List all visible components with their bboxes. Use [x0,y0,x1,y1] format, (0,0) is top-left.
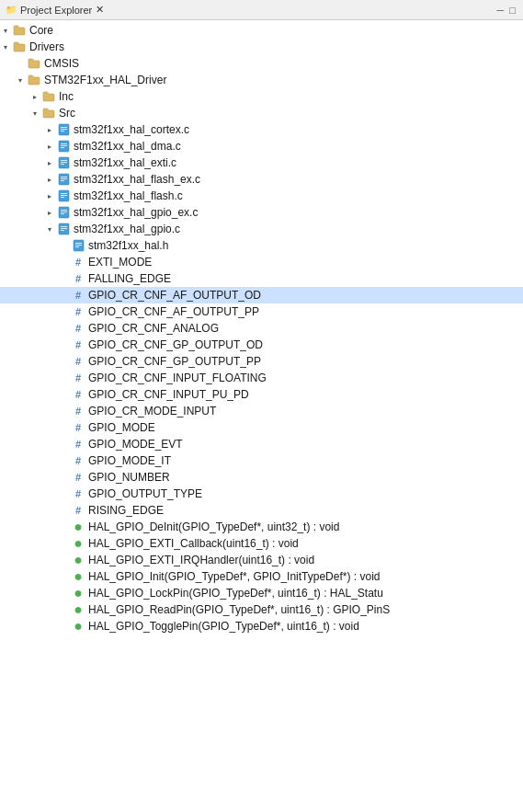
tree-item-gpio_mode_evt[interactable]: #GPIO_MODE_EVT [0,436,523,452]
tree-item-gpio_cr_cnf_gp_output_pp[interactable]: #GPIO_CR_CNF_GP_OUTPUT_PP [0,353,523,370]
expand-arrow-stm32f1xx_hal_flash[interactable] [44,190,55,201]
node-label-hal_gpio_togglepin: HAL_GPIO_TogglePin(GPIO_TypeDef*, uint16… [88,620,359,633]
expand-arrow-stm32f1xx_hal_exti[interactable] [44,157,55,168]
tree-container[interactable]: Core Drivers CMSIS STM32F1xx_HAL_Driver … [0,20,523,812]
tree-item-gpio_mode_it[interactable]: #GPIO_MODE_IT [0,452,523,469]
tree-item-gpio_cr_cnf_input_floating[interactable]: #GPIO_CR_CNF_INPUT_FLOATING [0,370,523,386]
file-icon-stm32f1xx_hal_gpio_ex [56,205,71,220]
hash-icon-gpio_cr_cnf_gp_output_od: # [71,337,85,352]
expand-arrow-gpio_mode_evt[interactable] [59,439,70,450]
tree-item-falling_edge[interactable]: #FALLING_EDGE [0,270,523,287]
expand-arrow-hal_gpio_deinit[interactable] [59,521,70,532]
expand-arrow-gpio_cr_mode_input[interactable] [59,406,70,417]
dot-icon-hal_gpio_deinit: ● [71,520,85,534]
tree-item-gpio_cr_cnf_input_pu_pd[interactable]: #GPIO_CR_CNF_INPUT_PU_PD [0,386,523,403]
tree-item-stm32f1xx_hal_gpio[interactable]: stm32f1xx_hal_gpio.c [0,221,523,237]
expand-arrow-hal_gpio_exti_callback[interactable] [59,538,70,549]
expand-arrow-exti_mode[interactable] [59,257,70,268]
tree-item-stm32f1xx_hal_flash_ex[interactable]: stm32f1xx_hal_flash_ex.c [0,171,523,188]
tree-item-gpio_cr_mode_input[interactable]: #GPIO_CR_MODE_INPUT [0,403,523,419]
expand-arrow-gpio_cr_cnf_gp_output_od[interactable] [59,339,70,350]
expand-arrow-gpio_cr_cnf_af_output_pp[interactable] [59,306,70,317]
expand-arrow-gpio_number[interactable] [59,472,70,483]
hash-icon-gpio_number: # [71,470,85,485]
expand-arrow-stm32f1xx_hal_dma[interactable] [44,141,55,152]
tree-item-hal_gpio_readpin[interactable]: ●HAL_GPIO_ReadPin(GPIO_TypeDef*, uint16_… [0,601,523,618]
tree-item-exti_mode[interactable]: #EXTI_MODE [0,254,523,270]
expand-arrow-hal_gpio_readpin[interactable] [59,604,70,615]
tree-item-gpio_number[interactable]: #GPIO_NUMBER [0,469,523,486]
node-label-hal_gpio_deinit: HAL_GPIO_DeInit(GPIO_TypeDef*, uint32_t)… [88,520,339,533]
tree-item-rising_edge[interactable]: #RISING_EDGE [0,502,523,519]
node-label-stm32f1xx_hal_gpio: stm32f1xx_hal_gpio.c [74,223,180,235]
tree-item-core[interactable]: Core [0,22,523,39]
tree-item-stm32f1xx_hal_cortex[interactable]: stm32f1xx_hal_cortex.c [0,121,523,138]
node-label-gpio_cr_cnf_input_floating: GPIO_CR_CNF_INPUT_FLOATING [88,372,267,384]
tree-item-hal_gpio_init[interactable]: ●HAL_GPIO_Init(GPIO_TypeDef*, GPIO_InitT… [0,568,523,585]
tree-item-stm32f1xx_hal_driver[interactable]: STM32F1xx_HAL_Driver [0,72,523,88]
hash-icon-gpio_cr_cnf_input_floating: # [71,371,85,385]
node-label-stm32f1xx_hal_flash: stm32f1xx_hal_flash.c [74,189,183,202]
tree-item-gpio_cr_cnf_af_output_od[interactable]: #GPIO_CR_CNF_AF_OUTPUT_OD [0,287,523,303]
node-label-hal_gpio_lockpin: HAL_GPIO_LockPin(GPIO_TypeDef*, uint16_t… [88,587,383,600]
node-label-exti_mode: EXTI_MODE [88,256,152,269]
expand-arrow-hal_gpio_exti_irq[interactable] [59,555,70,566]
expand-arrow-gpio_cr_cnf_input_pu_pd[interactable] [59,389,70,400]
expand-arrow-stm32f1xx_hal_h[interactable] [59,240,70,251]
expand-arrow-gpio_mode[interactable] [59,422,70,433]
tree-item-gpio_cr_cnf_analog[interactable]: #GPIO_CR_CNF_ANALOG [0,320,523,337]
tree-item-hal_gpio_exti_callback[interactable]: ●HAL_GPIO_EXTI_Callback(uint16_t) : void [0,535,523,552]
tree-item-gpio_mode[interactable]: #GPIO_MODE [0,419,523,436]
expand-arrow-falling_edge[interactable] [59,273,70,284]
tree-item-gpio_cr_cnf_af_output_pp[interactable]: #GPIO_CR_CNF_AF_OUTPUT_PP [0,303,523,320]
expand-arrow-gpio_cr_cnf_input_floating[interactable] [59,372,70,383]
folder-icon-cmsis [27,56,41,71]
title-bar: 📁 Project Explorer ✕ ─ □ [0,0,523,20]
folder-icon-inc [41,89,56,104]
expand-arrow-gpio_cr_cnf_gp_output_pp[interactable] [59,356,70,367]
expand-arrow-stm32f1xx_hal_cortex[interactable] [44,124,55,135]
expand-arrow-inc[interactable] [29,91,40,102]
expand-arrow-drivers[interactable] [0,41,11,52]
tree-item-hal_gpio_exti_irq[interactable]: ●HAL_GPIO_EXTI_IRQHandler(uint16_t) : vo… [0,552,523,568]
expand-arrow-gpio_cr_cnf_af_output_od[interactable] [59,290,70,301]
node-label-gpio_cr_cnf_analog: GPIO_CR_CNF_ANALOG [88,322,219,335]
expand-arrow-cmsis[interactable] [15,58,26,69]
expand-arrow-stm32f1xx_hal_gpio_ex[interactable] [44,207,55,218]
expand-arrow-gpio_cr_cnf_analog[interactable] [59,323,70,334]
tree-item-hal_gpio_lockpin[interactable]: ●HAL_GPIO_LockPin(GPIO_TypeDef*, uint16_… [0,585,523,601]
expand-arrow-stm32f1xx_hal_flash_ex[interactable] [44,174,55,185]
title-bar-right: ─ □ [495,5,517,16]
expand-arrow-stm32f1xx_hal_driver[interactable] [15,74,26,86]
tree-item-stm32f1xx_hal_exti[interactable]: stm32f1xx_hal_exti.c [0,154,523,171]
expand-arrow-core[interactable] [0,25,11,36]
tree-item-stm32f1xx_hal_flash[interactable]: stm32f1xx_hal_flash.c [0,188,523,204]
tree-item-stm32f1xx_hal_gpio_ex[interactable]: stm32f1xx_hal_gpio_ex.c [0,204,523,221]
expand-arrow-hal_gpio_togglepin[interactable] [59,621,70,632]
expand-arrow-gpio_output_type[interactable] [59,488,70,499]
tree-item-hal_gpio_togglepin[interactable]: ●HAL_GPIO_TogglePin(GPIO_TypeDef*, uint1… [0,618,523,635]
expand-arrow-gpio_mode_it[interactable] [59,455,70,466]
expand-arrow-stm32f1xx_hal_gpio[interactable] [44,223,55,234]
tree-item-src[interactable]: Src [0,105,523,121]
expand-arrow-src[interactable] [29,108,40,119]
file-icon-stm32f1xx_hal_flash_ex [56,172,71,187]
expand-arrow-hal_gpio_init[interactable] [59,571,70,582]
minimize-button[interactable]: ─ [495,5,506,16]
tree-item-drivers[interactable]: Drivers [0,39,523,55]
tree-item-stm32f1xx_hal_dma[interactable]: stm32f1xx_hal_dma.c [0,138,523,154]
maximize-button[interactable]: □ [507,5,517,16]
tree-item-hal_gpio_deinit[interactable]: ●HAL_GPIO_DeInit(GPIO_TypeDef*, uint32_t… [0,519,523,535]
tree-item-inc[interactable]: Inc [0,88,523,105]
expand-arrow-rising_edge[interactable] [59,505,70,516]
expand-arrow-hal_gpio_lockpin[interactable] [59,588,70,599]
tree-item-gpio_cr_cnf_gp_output_od[interactable]: #GPIO_CR_CNF_GP_OUTPUT_OD [0,337,523,353]
node-label-gpio_number: GPIO_NUMBER [88,471,170,484]
node-label-hal_gpio_exti_irq: HAL_GPIO_EXTI_IRQHandler(uint16_t) : voi… [88,554,314,566]
node-label-gpio_cr_cnf_input_pu_pd: GPIO_CR_CNF_INPUT_PU_PD [88,388,249,401]
tree-item-gpio_output_type[interactable]: #GPIO_OUTPUT_TYPE [0,486,523,502]
hash-icon-gpio_cr_mode_input: # [71,404,85,418]
folder-icon-core [12,23,27,38]
tree-item-stm32f1xx_hal_h[interactable]: stm32f1xx_hal.h [0,237,523,254]
tree-item-cmsis[interactable]: CMSIS [0,55,523,72]
